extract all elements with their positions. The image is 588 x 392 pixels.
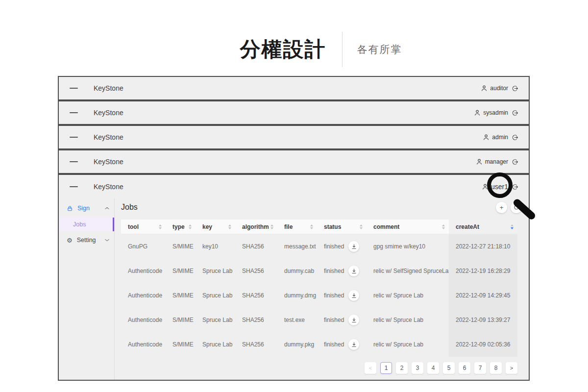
cell-text: finished bbox=[324, 317, 344, 323]
cell-createAt: 2022-12-09 13:39:27 bbox=[449, 308, 517, 332]
cell-status: finished bbox=[317, 332, 367, 357]
column-label: tool bbox=[128, 223, 139, 230]
column-label: file bbox=[284, 223, 293, 230]
username: manager bbox=[485, 158, 508, 165]
download-button[interactable] bbox=[348, 315, 359, 325]
cell-text: relic w/ SelfSigned SpruceLab bbox=[373, 268, 449, 274]
sort-caret-down-icon bbox=[442, 227, 445, 229]
sort-icon[interactable] bbox=[228, 224, 232, 229]
sort-caret-up-icon bbox=[310, 224, 313, 226]
sort-icon[interactable] bbox=[189, 224, 193, 229]
cell-createAt: 2022-12-09 14:29:45 bbox=[449, 283, 517, 308]
download-button[interactable] bbox=[348, 339, 359, 350]
logout-icon[interactable] bbox=[512, 134, 518, 141]
pagination-page-3[interactable]: 3 bbox=[412, 362, 423, 374]
user-icon bbox=[476, 158, 483, 165]
cell-text: Authenticode bbox=[128, 317, 162, 323]
cell-text: Authenticode bbox=[128, 292, 162, 299]
pagination-page-6[interactable]: 6 bbox=[459, 362, 470, 374]
logout-icon[interactable] bbox=[512, 110, 518, 116]
sort-caret-up-icon bbox=[159, 224, 162, 226]
window-header-right: admin bbox=[483, 134, 518, 141]
collapse-menu-icon[interactable] bbox=[70, 112, 78, 114]
gear-icon: ⚙ bbox=[67, 237, 73, 244]
cell-text: SHA256 bbox=[242, 317, 264, 323]
add-job-button[interactable]: + bbox=[496, 202, 507, 213]
collapse-menu-icon[interactable] bbox=[70, 88, 78, 89]
column-label: key bbox=[202, 223, 212, 230]
keystone-window-collapsed: KeyStone sysadmin bbox=[58, 100, 530, 125]
cell-text: relic w/ Spruce Lab bbox=[373, 317, 423, 323]
sort-icon[interactable] bbox=[442, 224, 446, 229]
table-body: GnuPGS/MIMEkey10SHA256message.txtfinishe… bbox=[121, 234, 517, 357]
column-header-createAt[interactable]: createAt bbox=[449, 220, 517, 234]
cell-file: test.exe bbox=[277, 308, 317, 332]
sort-icon[interactable] bbox=[360, 224, 364, 229]
cell-algorithm: SHA256 bbox=[235, 259, 277, 283]
column-header-comment[interactable]: comment bbox=[367, 220, 449, 234]
pagination-page-7[interactable]: 7 bbox=[474, 362, 486, 374]
cell-text: test.exe bbox=[284, 317, 305, 323]
window-header-right: sysadmin bbox=[474, 109, 518, 116]
download-button[interactable] bbox=[348, 266, 359, 276]
column-label: type bbox=[172, 223, 185, 230]
sort-icon[interactable] bbox=[511, 224, 514, 229]
cell-text: gpg smime w/key10 bbox=[373, 243, 425, 250]
cell-key: Spruce Lab bbox=[196, 283, 235, 308]
sidebar: Sign Jobs ⚙ Setting bbox=[59, 198, 115, 380]
sort-caret-up-icon bbox=[270, 224, 273, 226]
column-header-status[interactable]: status bbox=[317, 220, 367, 234]
cell-text: 2022-12-09 14:29:45 bbox=[456, 292, 510, 299]
app-title: KeyStone bbox=[94, 84, 123, 92]
username: auditor bbox=[490, 85, 508, 92]
collapse-menu-icon[interactable] bbox=[70, 186, 78, 188]
sort-caret-down-icon bbox=[159, 227, 162, 229]
sidebar-item-sign[interactable]: Sign bbox=[59, 202, 114, 214]
sort-caret-down-icon bbox=[270, 227, 273, 229]
slide-title: 分權設計 bbox=[240, 36, 326, 63]
app-title: KeyStone bbox=[94, 133, 123, 141]
sort-icon[interactable] bbox=[159, 224, 163, 229]
table-row: AuthenticodeS/MIMESpruce LabSHA256test.e… bbox=[121, 308, 517, 332]
cell-text: 2022-12-09 13:39:27 bbox=[456, 317, 510, 323]
pagination-page-1[interactable]: 1 bbox=[380, 362, 392, 374]
sort-icon[interactable] bbox=[310, 224, 314, 229]
pagination-page-2[interactable]: 2 bbox=[396, 362, 408, 374]
pagination-next-button[interactable]: > bbox=[506, 362, 517, 374]
pagination-page-5[interactable]: 5 bbox=[443, 362, 455, 374]
column-header-key[interactable]: key bbox=[196, 220, 235, 234]
table-row: AuthenticodeS/MIMESpruce LabSHA256dummy.… bbox=[121, 332, 517, 357]
keystone-window-active: KeyStone user1 bbox=[58, 174, 530, 381]
sort-icon[interactable] bbox=[270, 224, 274, 229]
column-header-tool[interactable]: tool bbox=[121, 220, 166, 234]
cell-createAt: 2022-12-19 16:28:29 bbox=[449, 259, 517, 283]
column-header-algorithm[interactable]: algorithm bbox=[235, 220, 277, 234]
user-icon bbox=[474, 109, 481, 116]
collapse-menu-icon[interactable] bbox=[70, 137, 78, 138]
window-stack: KeyStone auditor KeyStone sysadmi bbox=[58, 76, 530, 381]
chevron-up-icon bbox=[105, 207, 109, 210]
cell-createAt: 2022-12-27 21:18:10 bbox=[449, 234, 517, 259]
cell-text: S/MIME bbox=[172, 292, 194, 299]
page-title-row: Jobs + bbox=[121, 201, 522, 214]
download-button[interactable] bbox=[348, 241, 359, 252]
pagination-page-4[interactable]: 4 bbox=[427, 362, 439, 374]
sidebar-item-jobs[interactable]: Jobs bbox=[59, 218, 114, 231]
pagination-prev-button[interactable]: < bbox=[365, 362, 376, 374]
cell-status: finished bbox=[317, 259, 367, 283]
cell-text: Spruce Lab bbox=[202, 341, 232, 348]
logout-icon[interactable] bbox=[512, 159, 518, 165]
download-button[interactable] bbox=[348, 290, 359, 301]
sidebar-item-setting[interactable]: ⚙ Setting bbox=[59, 234, 114, 246]
column-label: createAt bbox=[456, 223, 479, 230]
window-header-right: auditor bbox=[481, 85, 518, 92]
column-header-file[interactable]: file bbox=[277, 220, 317, 234]
cell-status: finished bbox=[317, 234, 367, 259]
column-label: status bbox=[324, 223, 341, 230]
logout-icon[interactable] bbox=[512, 85, 518, 92]
cell-type: S/MIME bbox=[166, 259, 196, 283]
collapse-menu-icon[interactable] bbox=[70, 161, 78, 163]
column-header-type[interactable]: type bbox=[166, 220, 196, 234]
window-header-left: KeyStone bbox=[70, 84, 123, 92]
pagination-page-8[interactable]: 8 bbox=[490, 362, 502, 374]
